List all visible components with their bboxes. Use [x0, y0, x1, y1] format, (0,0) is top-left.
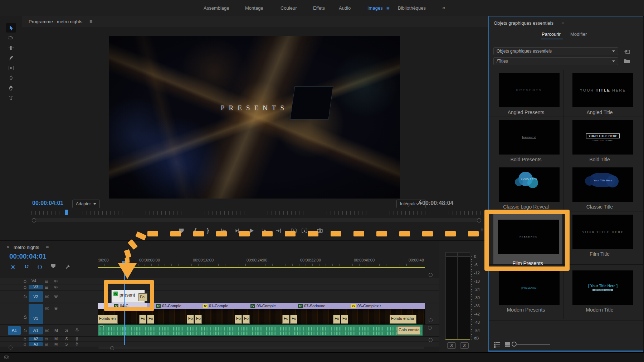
program-video-frame[interactable]: PRESENTS	[109, 36, 400, 199]
scroll-handle[interactable]	[429, 273, 433, 277]
template-bold-title[interactable]: YOUR TITLE HEREEPISODE NAME Bold Title	[565, 117, 635, 164]
mute-button[interactable]: M	[54, 328, 58, 333]
template-angled-title[interactable]: YOUR TITLE HERE Angled Title	[565, 70, 635, 117]
scroll-handle[interactable]	[429, 318, 433, 322]
transition-cross-dissolve[interactable]: Fondu encha	[390, 315, 416, 324]
linked-selection-icon[interactable]	[37, 264, 43, 270]
template-modern-title[interactable]: [ Your Title Here ]EPISODE NAME Modern T…	[565, 268, 635, 321]
program-scrollbar[interactable]	[31, 218, 482, 222]
lock-icon[interactable]	[23, 342, 27, 346]
track-name[interactable]: V4	[31, 279, 36, 283]
workspace-overflow-icon[interactable]: »	[442, 4, 445, 10]
hscroll-handle[interactable]	[110, 346, 114, 350]
sequence-tab[interactable]: metro nights	[14, 245, 39, 250]
tab-effets[interactable]: Effets	[313, 5, 325, 11]
timeline-settings-icon[interactable]	[65, 264, 71, 270]
folder-icon[interactable]	[623, 58, 630, 65]
install-template-icon[interactable]	[623, 48, 630, 55]
button-editor-plus[interactable]: +	[480, 226, 484, 234]
zoom-slider-track[interactable]	[517, 344, 550, 345]
source-patch-a1[interactable]: A1	[8, 326, 21, 335]
tab-images[interactable]: Images	[367, 5, 383, 11]
transition[interactable]: Fo	[282, 315, 289, 324]
eye-icon[interactable]	[54, 279, 58, 283]
lock-icon[interactable]	[23, 337, 27, 341]
snap-icon[interactable]	[24, 264, 30, 270]
track-name[interactable]: A1	[29, 327, 43, 334]
track-name[interactable]: A2	[29, 337, 43, 341]
mark-out-button[interactable]: }	[205, 228, 211, 234]
hscroll-handle[interactable]	[9, 346, 13, 349]
transition[interactable]: Fo	[139, 315, 146, 324]
close-panel-icon[interactable]: ×	[6, 244, 9, 250]
tab-modifier[interactable]: Modifier	[570, 31, 587, 37]
scroll-handle[interactable]	[429, 338, 433, 342]
tab-assemblage[interactable]: Assemblage	[204, 5, 229, 11]
selection-tool[interactable]	[6, 23, 16, 33]
track-name[interactable]: V3	[29, 285, 43, 289]
solo-button[interactable]: S	[65, 337, 68, 341]
add-marker-icon[interactable]	[51, 264, 58, 270]
library-dropdown[interactable]: Objets graphiques essentiels	[493, 47, 618, 55]
transition[interactable]: Fo	[243, 315, 250, 324]
tab-montage[interactable]: Montage	[245, 5, 263, 11]
hand-tool[interactable]	[6, 83, 16, 93]
settings-wrench-icon[interactable]	[416, 200, 423, 207]
transition[interactable]: Fo	[290, 315, 297, 324]
scroll-handle[interactable]	[428, 326, 432, 330]
track-name[interactable]: A3	[29, 342, 43, 346]
transition[interactable]: Fo	[235, 315, 242, 324]
folder-dropdown[interactable]: /Titles	[493, 57, 618, 65]
thumbnail-view-icon[interactable]	[504, 342, 510, 347]
template-modern-presents[interactable]: [ PRESENTS ] Modern Presents	[491, 268, 561, 321]
mute-button[interactable]: M	[54, 342, 58, 346]
lock-icon[interactable]	[23, 328, 28, 333]
razor-tool[interactable]	[6, 53, 16, 63]
ripple-edit-tool[interactable]	[6, 43, 16, 53]
track-name[interactable]: V1	[29, 304, 43, 324]
track-name[interactable]: V2	[29, 291, 43, 302]
nest-toggle-icon[interactable]	[10, 264, 16, 270]
lock-icon[interactable]	[23, 285, 27, 289]
pen-tool[interactable]	[6, 73, 16, 83]
tab-couleur[interactable]: Couleur	[280, 5, 297, 11]
panel-menu-icon[interactable]: ≡	[46, 244, 49, 250]
workspace-menu-icon[interactable]: ≡	[386, 5, 390, 11]
lock-icon[interactable]	[23, 279, 27, 283]
transition[interactable]: Fo	[341, 315, 348, 324]
track-select-forward-tool[interactable]	[6, 33, 16, 43]
panel-menu-icon[interactable]: ≡	[89, 19, 92, 24]
eye-icon[interactable]	[54, 294, 58, 299]
template-angled-presents[interactable]: PRESENTS Angled Presents	[491, 70, 561, 117]
mic-icon[interactable]	[74, 327, 80, 333]
sync-lock-icon[interactable]	[44, 279, 49, 283]
scrollbar-right-handle[interactable]	[477, 218, 481, 222]
tab-parcourir[interactable]: Parcourir	[542, 31, 561, 37]
scrollbar-left-handle[interactable]	[32, 218, 36, 222]
lock-icon[interactable]	[23, 294, 28, 299]
fit-mode-dropdown[interactable]: Adapter	[72, 200, 100, 208]
eye-icon[interactable]	[54, 285, 58, 289]
mic-icon[interactable]	[75, 342, 79, 346]
mute-button[interactable]: M	[54, 337, 58, 341]
template-bold-presents[interactable]: PRESENTS Bold Presents	[491, 117, 561, 164]
solo-button[interactable]: S	[65, 342, 68, 346]
panel-menu-icon[interactable]: ≡	[561, 20, 564, 26]
sync-lock-icon[interactable]	[44, 337, 48, 341]
template-film-title[interactable]: YOUR TITLE HERE Film Title	[565, 212, 635, 258]
lock-icon[interactable]	[23, 315, 28, 319]
tab-bibliotheques[interactable]: Bibliothèques	[398, 5, 426, 11]
tab-audio[interactable]: Audio	[339, 5, 351, 11]
program-mini-ruler[interactable]	[31, 211, 482, 215]
timeline-hscrollbar[interactable]	[98, 347, 424, 349]
sync-lock-icon[interactable]	[44, 294, 49, 299]
mic-icon[interactable]	[75, 337, 79, 341]
zoom-slider-knob[interactable]	[512, 342, 517, 347]
timeline-ruler[interactable]	[98, 264, 425, 266]
template-classic-logo-reveal[interactable]: LOGOTYPE Classic Logo Reveal	[491, 165, 561, 211]
solo-button[interactable]: S	[65, 328, 68, 333]
extract-button[interactable]	[301, 228, 308, 234]
program-playhead-marker[interactable]	[65, 210, 68, 215]
transition-fade-in[interactable]: Fondu en	[98, 315, 118, 324]
sync-lock-icon[interactable]	[44, 328, 49, 333]
